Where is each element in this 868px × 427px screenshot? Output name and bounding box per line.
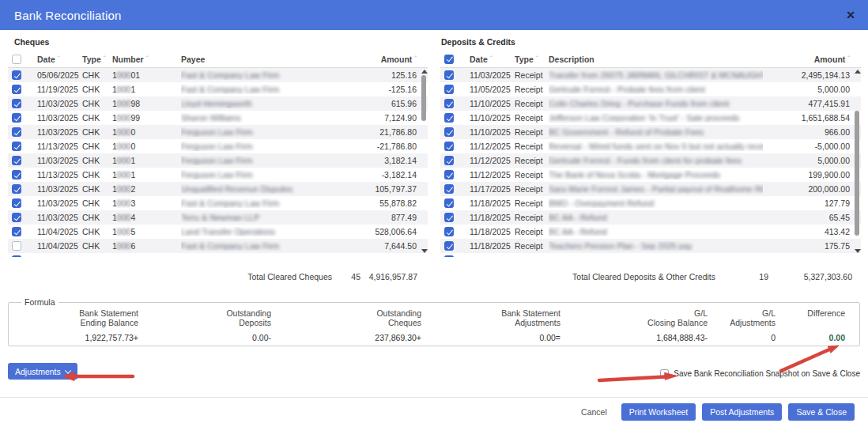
- cheques-col-number[interactable]: Numberˆ: [112, 55, 181, 64]
- cell-payee: Fast & Company Law Firm: [181, 70, 338, 80]
- cheque-row[interactable]: 11/03/2025CHK100098Lloyd Hemingworth615.…: [8, 96, 428, 111]
- row-checkbox[interactable]: [12, 241, 21, 251]
- row-checkbox[interactable]: [12, 198, 21, 208]
- deposit-row[interactable]: 11/18/2025ReceiptBC AA - Refund413.42: [440, 225, 861, 239]
- cheque-row[interactable]: 11/03/2025CHK10000Ferguson Law Firm21,78…: [8, 125, 428, 139]
- print-worksheet-button[interactable]: Print Worksheet: [621, 403, 696, 421]
- deposit-row[interactable]: 11/03/2025ReceiptTransfer from 26075 JAR…: [440, 68, 861, 82]
- deposit-row[interactable]: 11/12/2025ReceiptGertrude Forrest - Fund…: [440, 153, 861, 168]
- deposit-row[interactable]: 11/10/2025ReceiptJefferson Law Corporati…: [440, 111, 861, 125]
- cheque-row[interactable]: 11/03/2025CHK10004Terry & Newman LLP877.…: [8, 210, 428, 225]
- cell-amount: 65.45: [763, 213, 861, 222]
- save-close-button[interactable]: Save & Close: [788, 403, 855, 421]
- snapshot-checkbox[interactable]: [660, 369, 669, 378]
- row-checkbox[interactable]: [444, 184, 454, 194]
- row-checkbox[interactable]: [12, 227, 21, 236]
- deposit-row[interactable]: 11/18/2025ReceiptTeachers Pension Plan -…: [440, 239, 861, 253]
- row-checkbox[interactable]: [12, 113, 21, 123]
- deposit-row[interactable]: 11/18/2025ReceiptBC AA - Refund65.45: [440, 210, 861, 225]
- deposit-row[interactable]: 11/10/2025ReceiptBC Government - Refund …: [440, 125, 861, 139]
- row-checkbox[interactable]: [12, 255, 21, 257]
- deposits-scrollbar[interactable]: [854, 67, 861, 256]
- cheques-col-date[interactable]: Dateˆ: [37, 55, 82, 64]
- cheque-row[interactable]: 11/04/2025CHK10005Land Transfer Operatio…: [8, 225, 428, 239]
- deposit-row[interactable]: 11/12/2025ReceiptThe Bank of Nova Scotia…: [440, 168, 861, 182]
- close-icon[interactable]: ✕: [846, 8, 855, 22]
- cell-amount: -3,182.14: [338, 170, 428, 179]
- cell-amount: 966.00: [763, 127, 861, 137]
- cell-amount: 615.96: [338, 99, 428, 108]
- cheques-select-all-checkbox[interactable]: [12, 55, 21, 64]
- row-checkbox[interactable]: [12, 142, 21, 151]
- row-checkbox[interactable]: [444, 213, 454, 222]
- scroll-down-icon[interactable]: [421, 249, 428, 253]
- row-checkbox[interactable]: [12, 170, 21, 179]
- cheque-row[interactable]: 05/06/2025CHK100001Fast & Company Law Fi…: [8, 68, 428, 82]
- cheque-row[interactable]: 11/03/2025CHK100099Sharon Williams7,124.…: [8, 111, 428, 125]
- cancel-button[interactable]: Cancel: [581, 407, 607, 417]
- row-checkbox[interactable]: [444, 198, 454, 208]
- cheques-col-amount[interactable]: Amountˆ: [338, 55, 428, 64]
- cell-type: Receipt: [515, 142, 549, 151]
- row-checkbox[interactable]: [444, 70, 454, 80]
- scrollbar-thumb[interactable]: [855, 111, 859, 236]
- deposits-select-all-checkbox[interactable]: [444, 55, 454, 64]
- cheque-row[interactable]: 11/19/2025CHK10001Fast & Company Law Fir…: [8, 82, 428, 96]
- number-redacted: 000: [117, 70, 131, 80]
- scroll-down-icon[interactable]: [855, 249, 861, 253]
- row-checkbox[interactable]: [444, 85, 454, 94]
- deposit-row[interactable]: 11/05/2025ReceiptGertrude Forrest - Prob…: [440, 82, 861, 96]
- deposits-col-type[interactable]: Typeˆ: [515, 55, 549, 64]
- row-checkbox[interactable]: [444, 156, 454, 165]
- cheques-col-type[interactable]: Typeˆ: [82, 55, 112, 64]
- row-checkbox[interactable]: [444, 241, 454, 251]
- row-checkbox[interactable]: [12, 127, 21, 137]
- cheque-row[interactable]: 11/03/2025CHK10003Fast & Company Law Fir…: [8, 196, 428, 210]
- number-prefix: 1: [112, 70, 117, 80]
- post-adjustments-button[interactable]: Post Adjustments: [702, 403, 782, 421]
- cheque-row[interactable]: 11/13/2025CHK10001Ferguson Law Firm-3,18…: [8, 168, 428, 182]
- cell-type: CHK: [82, 85, 112, 94]
- row-checkbox[interactable]: [444, 255, 454, 257]
- scroll-up-icon[interactable]: [421, 70, 428, 74]
- snapshot-option[interactable]: Save Bank Reconciliation Snapshot on Sav…: [660, 369, 860, 378]
- deposits-col-description[interactable]: Descriptionˆ: [549, 55, 763, 64]
- deposit-row[interactable]: [440, 253, 861, 257]
- row-checkbox[interactable]: [12, 184, 21, 194]
- cell-description: Colin Charles Dring - Purchase Funds fro…: [549, 99, 763, 108]
- deposits-col-amount[interactable]: Amountˆ: [763, 55, 861, 64]
- row-checkbox[interactable]: [12, 156, 21, 165]
- row-checkbox[interactable]: [444, 113, 454, 123]
- cheques-col-payee[interactable]: Payeeˆ: [181, 55, 338, 64]
- row-checkbox[interactable]: [12, 70, 21, 80]
- cheques-scrollbar[interactable]: [421, 67, 428, 256]
- row-checkbox[interactable]: [444, 99, 454, 108]
- row-checkbox[interactable]: [444, 170, 454, 179]
- cheque-row[interactable]: 11/13/2025CHK10000Ferguson Law Firm-21,7…: [8, 139, 428, 153]
- deposit-row[interactable]: 11/12/2025ReceiptReversal - Wired funds …: [440, 139, 861, 153]
- deposit-row[interactable]: 11/18/2025ReceiptBMO - Overpayment Refun…: [440, 196, 861, 210]
- row-checkbox[interactable]: [12, 85, 21, 94]
- payee-redacted-text: Ferguson Law Firm: [181, 127, 252, 137]
- cheques-total-amount: 4,916,957.87: [332, 272, 417, 282]
- payee-redacted-text: Lloyd Hemingworth: [181, 99, 252, 108]
- cheque-row[interactable]: [8, 253, 428, 257]
- cheque-row[interactable]: 11/03/2025CHK10002Unqualified Revenue Di…: [8, 182, 428, 196]
- deposit-row[interactable]: 11/10/2025ReceiptColin Charles Dring - P…: [440, 96, 861, 111]
- deposit-row[interactable]: 11/17/2025ReceiptSara Marie Forrest Jame…: [440, 182, 861, 196]
- cheque-row[interactable]: 11/03/2025CHK10001Ferguson Law Firm3,182…: [8, 153, 428, 168]
- row-checkbox[interactable]: [444, 142, 454, 151]
- row-checkbox[interactable]: [12, 213, 21, 222]
- row-checkbox[interactable]: [12, 99, 21, 108]
- deposits-total-label: Total Cleared Deposits & Other Credits: [440, 272, 715, 282]
- scrollbar-thumb[interactable]: [421, 75, 426, 121]
- cell-date: 11/05/2025: [470, 85, 515, 94]
- row-checkbox[interactable]: [444, 127, 454, 137]
- cheque-row[interactable]: 11/04/2025CHK10006Fast & Company Law Fir…: [8, 239, 428, 253]
- row-checkbox[interactable]: [444, 227, 454, 236]
- row-checkbox-cell: [8, 156, 37, 165]
- cheques-table-header: Dateˆ Typeˆ Numberˆ Payeeˆ Amountˆ: [8, 51, 428, 68]
- scroll-up-icon[interactable]: [855, 70, 861, 74]
- deposits-col-date[interactable]: Dateˆ: [470, 55, 515, 64]
- adjustments-button[interactable]: Adjustments: [8, 363, 77, 380]
